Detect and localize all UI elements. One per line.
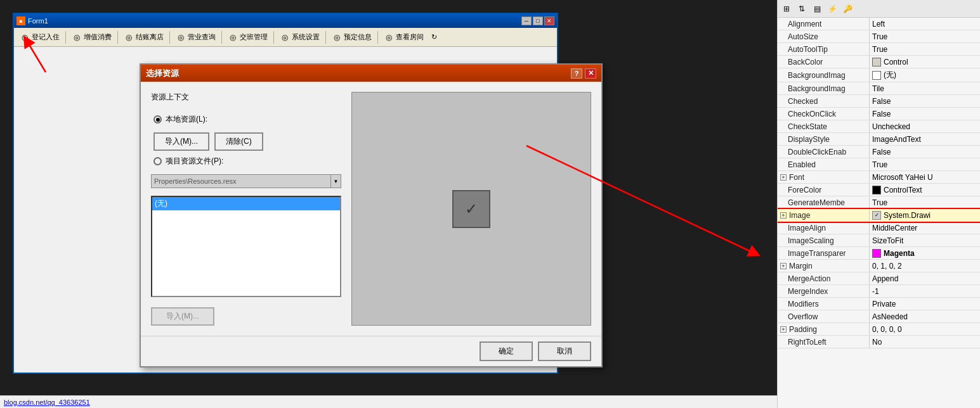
props-row[interactable]: DisplayStyleImageAndText — [778, 133, 980, 146]
props-row[interactable]: MergeIndex-1 — [778, 285, 980, 298]
props-row[interactable]: ImageTransparerMagenta — [778, 247, 980, 260]
import-bottom-button[interactable]: 导入(M)... — [151, 307, 214, 326]
props-value: -1 — [870, 285, 980, 297]
clear-button[interactable]: 清除(C) — [214, 132, 263, 151]
props-name-text: BackColor — [788, 58, 823, 67]
project-resource-path-input[interactable] — [152, 175, 330, 188]
props-row[interactable]: ImageScalingSizeToFit — [778, 234, 980, 247]
toolbar-btn-增值消费[interactable]: ◎增值消费 — [69, 30, 115, 44]
import-button[interactable]: 导入(M)... — [154, 132, 209, 151]
close-button[interactable]: ✕ — [544, 16, 554, 25]
lightning-icon[interactable]: ⚡ — [826, 3, 839, 15]
props-row[interactable]: ModifiersPrivate — [778, 298, 980, 310]
props-value-text: Append — [872, 274, 898, 283]
props-row[interactable]: BackColorControl — [778, 56, 980, 68]
preview-image: ✓ — [452, 190, 490, 228]
dialog-title: 选择资源 — [146, 68, 571, 79]
props-name-text: DisplayStyle — [788, 135, 830, 144]
list-item-none[interactable]: (无) — [152, 197, 340, 210]
toolbar-btn-结账离店[interactable]: ◎结账离店 — [121, 30, 167, 44]
props-name-text: GenerateMembe — [788, 198, 845, 207]
props-row[interactable]: EnabledTrue — [778, 158, 980, 171]
props-value-text: Microsoft YaHei U — [872, 173, 933, 182]
toolbar-btn-交班管理[interactable]: ◎交班管理 — [225, 30, 271, 44]
cancel-button[interactable]: 取消 — [538, 341, 591, 361]
dialog-help-button[interactable]: ? — [571, 68, 582, 79]
project-resource-dropdown[interactable]: ▼ — [330, 175, 341, 188]
props-name-text: ImageScaling — [788, 236, 834, 245]
form-icon: ■ — [16, 16, 25, 25]
project-resource-radio[interactable]: 项目资源文件(P): — [154, 156, 341, 167]
grid-icon[interactable]: ⊞ — [780, 3, 793, 15]
props-value: Private — [870, 298, 980, 310]
props-value: (无) — [870, 68, 980, 82]
sort-icon[interactable]: ⇅ — [795, 3, 808, 15]
minimize-button[interactable]: ─ — [521, 16, 532, 25]
props-value: MiddleCenter — [870, 222, 980, 234]
props-row[interactable]: ImageAlignMiddleCenter — [778, 222, 980, 234]
expand-icon[interactable]: + — [780, 174, 787, 181]
props-name: Overflow — [778, 310, 870, 322]
props-row[interactable]: MergeActionAppend — [778, 272, 980, 285]
expand-icon[interactable]: + — [780, 326, 787, 333]
props-row[interactable]: CheckOnClickFalse — [778, 108, 980, 120]
props-value: True — [870, 43, 980, 55]
props-row[interactable]: +FontMicrosoft YaHei U — [778, 171, 980, 184]
source-context-label: 资源上下文 — [151, 92, 341, 103]
ok-button[interactable]: 确定 — [480, 341, 533, 361]
props-name: Enabled — [778, 158, 870, 170]
props-row[interactable]: GenerateMembeTrue — [778, 196, 980, 209]
expand-icon[interactable]: + — [780, 212, 787, 219]
props-row[interactable]: BackgroundImag(无) — [778, 68, 980, 82]
props-row[interactable]: OverflowAsNeeded — [778, 310, 980, 323]
props-name: +Font — [778, 171, 870, 183]
props-name: MergeIndex — [778, 285, 870, 297]
refresh-button[interactable]: ↻ — [428, 31, 440, 43]
props-name-text: RightToLeft — [788, 338, 826, 347]
maximize-button[interactable]: □ — [533, 16, 543, 25]
props-row[interactable]: +Padding0, 0, 0, 0 — [778, 323, 980, 336]
props-row[interactable]: +Image✓System.Drawi — [778, 209, 980, 222]
local-resource-radio[interactable]: 本地资源(L): — [154, 114, 341, 125]
select-resource-dialog: 选择资源 ? ✕ 资源上下文 本地资源(L): 导入(M)... 清除(C) 项… — [140, 63, 603, 367]
props-value-text: True — [872, 45, 887, 54]
props-name-text: AutoSize — [788, 32, 818, 41]
category-icon[interactable]: ▤ — [811, 3, 823, 15]
toolbar-btn-label-4: 交班管理 — [240, 32, 268, 42]
toolbar-btn-登记入住[interactable]: ◎登记入住 — [16, 30, 63, 44]
toolbar-btn-系统设置[interactable]: ◎系统设置 — [277, 30, 323, 44]
props-row[interactable]: CheckStateUnchecked — [778, 120, 980, 133]
toolbar-btn-查看房间[interactable]: ◎查看房间 — [381, 30, 427, 44]
props-value-text: Unchecked — [872, 122, 910, 131]
props-row[interactable]: AlignmentLeft — [778, 18, 980, 30]
toolbar-separator-6 — [377, 31, 378, 44]
resource-list[interactable]: (无) — [151, 196, 341, 297]
props-value: ControlText — [870, 184, 980, 196]
props-value-text: 0, 0, 0, 0 — [872, 325, 902, 334]
toolbar-separator-5 — [325, 31, 326, 44]
toolbar-btn-label-5: 系统设置 — [292, 32, 320, 42]
toolbar-separator-0 — [65, 31, 66, 44]
props-row[interactable]: AutoToolTipTrue — [778, 43, 980, 56]
props-row[interactable]: DoubleClickEnabFalse — [778, 146, 980, 158]
project-resource-input-wrap[interactable]: ▼ — [151, 174, 341, 188]
props-name: BackgroundImag — [778, 68, 870, 82]
props-name: ForeColor — [778, 184, 870, 196]
expand-icon[interactable]: + — [780, 263, 787, 269]
props-name: AutoSize — [778, 30, 870, 42]
props-row[interactable]: ForeColorControlText — [778, 184, 980, 196]
props-row[interactable]: AutoSizeTrue — [778, 30, 980, 43]
props-value: Append — [870, 272, 980, 284]
props-row[interactable]: RightToLeftNo — [778, 336, 980, 348]
props-row[interactable]: CheckedFalse — [778, 95, 980, 108]
props-row[interactable]: BackgroundImagTile — [778, 82, 980, 95]
toolbar-btn-预定信息[interactable]: ◎预定信息 — [329, 30, 375, 44]
props-row[interactable]: +Margin0, 1, 0, 2 — [778, 260, 980, 272]
properties-panel: ⊞ ⇅ ▤ ⚡ 🔑 AlignmentLeftAutoSizeTrueAutoT… — [777, 0, 980, 408]
props-name: CheckOnClick — [778, 108, 870, 120]
dialog-close-button[interactable]: ✕ — [585, 68, 596, 79]
key-icon[interactable]: 🔑 — [841, 3, 854, 15]
toolbar-btn-营业查询[interactable]: ◎营业查询 — [173, 30, 219, 44]
toolbar-btn-label-0: 登记入住 — [32, 32, 60, 42]
props-name-text: Checked — [788, 97, 818, 106]
